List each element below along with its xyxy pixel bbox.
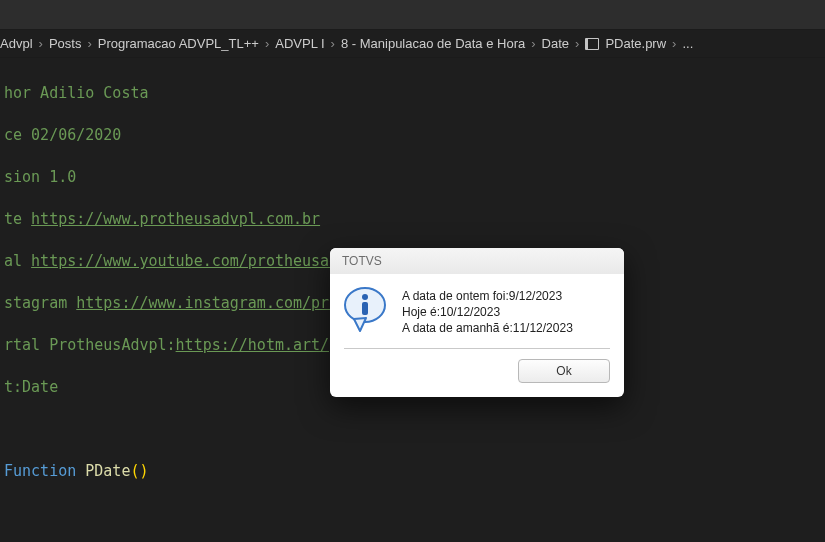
chevron-right-icon: › bbox=[265, 36, 269, 51]
chevron-right-icon: › bbox=[531, 36, 535, 51]
chevron-right-icon: › bbox=[39, 36, 43, 51]
code-line bbox=[0, 419, 825, 440]
breadcrumb: Advpl › Posts › Programacao ADVPL_TL++ ›… bbox=[0, 30, 825, 58]
ok-button[interactable]: Ok bbox=[518, 359, 610, 383]
breadcrumb-item[interactable]: Date bbox=[542, 36, 569, 51]
file-icon bbox=[585, 37, 599, 51]
breadcrumb-item[interactable]: Programacao ADVPL_TL++ bbox=[98, 36, 259, 51]
chevron-right-icon: › bbox=[672, 36, 676, 51]
breadcrumb-overflow[interactable]: ... bbox=[682, 36, 693, 51]
chevron-right-icon: › bbox=[575, 36, 579, 51]
chevron-right-icon: › bbox=[331, 36, 335, 51]
code-line: sion 1.0 bbox=[0, 167, 825, 188]
dialog-line: A data de ontem foi:9/12/2023 bbox=[402, 288, 573, 304]
breadcrumb-item[interactable]: ADVPL I bbox=[275, 36, 324, 51]
code-line: Function PDate() bbox=[0, 461, 825, 482]
dialog-line: Hoje é:10/12/2023 bbox=[402, 304, 573, 320]
breadcrumb-item[interactable]: Posts bbox=[49, 36, 82, 51]
message-dialog: TOTVS A data de ontem foi:9/12/2023 Hoje… bbox=[330, 248, 624, 397]
code-line bbox=[0, 503, 825, 524]
dialog-message: A data de ontem foi:9/12/2023 Hoje é:10/… bbox=[402, 284, 573, 336]
code-line: ce 02/06/2020 bbox=[0, 125, 825, 146]
info-icon bbox=[340, 284, 390, 334]
breadcrumb-item[interactable]: Advpl bbox=[0, 36, 33, 51]
breadcrumb-item[interactable]: PDate.prw bbox=[605, 36, 666, 51]
svg-rect-2 bbox=[362, 302, 368, 315]
dialog-title: TOTVS bbox=[330, 248, 624, 274]
window-titlebar bbox=[0, 0, 825, 30]
breadcrumb-item[interactable]: 8 - Manipulacao de Data e Hora bbox=[341, 36, 525, 51]
chevron-right-icon: › bbox=[87, 36, 91, 51]
code-line: te https://www.protheusadvpl.com.br bbox=[0, 209, 825, 230]
code-line: hor Adilio Costa bbox=[0, 83, 825, 104]
svg-point-1 bbox=[362, 294, 368, 300]
dialog-line: A data de amanhã é:11/12/2023 bbox=[402, 320, 573, 336]
